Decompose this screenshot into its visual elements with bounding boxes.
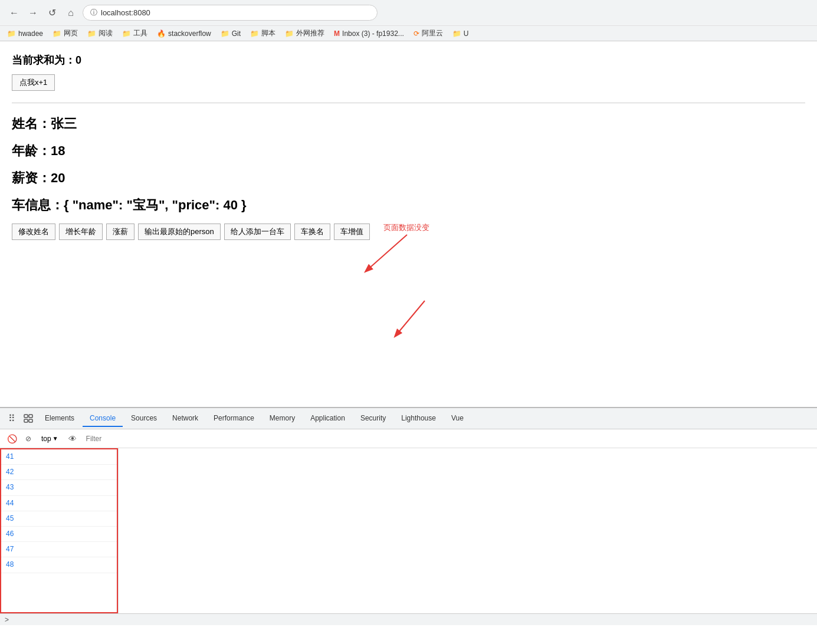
bookmark-hwadee[interactable]: 📁 hwadee <box>7 29 43 38</box>
context-selector[interactable]: top ▼ <box>37 433 63 445</box>
svg-line-2 <box>395 301 425 336</box>
bookmark-label: hwadee <box>18 29 43 38</box>
context-label: top <box>41 435 51 443</box>
devtools-tabs-bar: ⠿ Elements Console Sources Network Perfo… <box>0 408 817 429</box>
folder-icon: 📁 <box>221 29 229 38</box>
bookmark-tools[interactable]: 📁 工具 <box>122 28 147 38</box>
lock-icon: ⓘ <box>90 8 97 18</box>
svg-rect-6 <box>29 419 32 422</box>
bookmark-label: stackoverflow <box>168 29 211 38</box>
svg-rect-4 <box>29 415 32 418</box>
devtools-toolbar: 🚫 ⊘ top ▼ 👁 <box>0 429 817 448</box>
filter-input[interactable] <box>83 433 812 444</box>
increment-button[interactable]: 点我x+1 <box>12 74 55 91</box>
line-47: 47 <box>1 542 117 557</box>
address-bar[interactable]: ⓘ localhost:8080 <box>83 5 378 21</box>
annotation-arrow-2 <box>360 295 478 354</box>
tab-elements[interactable]: Elements <box>38 410 81 427</box>
raise-salary-button[interactable]: 涨薪 <box>106 224 134 240</box>
modify-name-button[interactable]: 修改姓名 <box>12 224 55 240</box>
line-43: 43 <box>1 480 117 495</box>
url-display: localhost:8080 <box>101 8 150 17</box>
svg-rect-5 <box>24 419 28 422</box>
chevron-down-icon: ▼ <box>53 435 58 442</box>
bookmark-label: 阿里云 <box>422 28 443 38</box>
bookmark-webpage[interactable]: 📁 网页 <box>53 28 78 38</box>
bookmark-aliyun[interactable]: ⟳ 阿里云 <box>414 28 443 38</box>
block-icon[interactable]: ⊘ <box>23 433 34 444</box>
home-button[interactable]: ⌂ <box>64 6 78 20</box>
prompt-chevron[interactable]: > <box>5 616 9 624</box>
back-button[interactable]: ← <box>7 6 21 20</box>
gmail-icon: M <box>334 29 340 38</box>
bookmark-label: 网页 <box>64 28 78 38</box>
tab-memory[interactable]: Memory <box>263 410 302 427</box>
increase-age-button[interactable]: 增长年龄 <box>59 224 103 240</box>
console-output-area[interactable] <box>118 448 817 613</box>
bookmark-stackoverflow[interactable]: 🔥 stackoverflow <box>157 29 211 38</box>
folder-icon: 📁 <box>122 29 131 38</box>
bookmark-inbox[interactable]: M Inbox (3) - fp1932... <box>334 29 404 38</box>
bookmark-label: Git <box>232 29 241 38</box>
bookmark-read[interactable]: 📁 阅读 <box>87 28 113 38</box>
forward-button[interactable]: → <box>26 6 40 20</box>
bookmark-u[interactable]: 📁 U <box>452 29 469 38</box>
bookmark-label: Inbox (3) - fp1932... <box>342 29 404 38</box>
bookmark-label: U <box>464 29 469 38</box>
bookmark-git[interactable]: 📁 Git <box>221 29 241 38</box>
age-display: 年龄：18 <box>12 142 805 160</box>
page-content: 当前求和为：0 点我x+1 姓名：张三 年龄：18 薪资：20 页面数据没变 车… <box>0 41 817 407</box>
bookmark-external[interactable]: 📁 外网推荐 <box>285 28 324 38</box>
line-45: 45 <box>1 511 117 527</box>
bookmark-label: 脚本 <box>261 28 275 38</box>
divider <box>12 103 805 103</box>
devtools-bottom-bar: > <box>0 613 817 625</box>
tab-performance[interactable]: Performance <box>206 410 261 427</box>
tab-vue[interactable]: Vue <box>444 410 471 427</box>
tab-lighthouse[interactable]: Lighthouse <box>394 410 443 427</box>
line-42: 42 <box>1 465 117 480</box>
name-display: 姓名：张三 <box>12 115 805 133</box>
tab-security[interactable]: Security <box>353 410 393 427</box>
devtools-inspect-icon[interactable] <box>20 412 37 426</box>
devtools-panel: ⠿ Elements Console Sources Network Perfo… <box>0 407 817 625</box>
increase-car-value-button[interactable]: 车增值 <box>334 224 370 240</box>
aliyun-icon: ⟳ <box>414 29 419 38</box>
svg-rect-3 <box>24 415 28 418</box>
clear-console-icon[interactable]: 🚫 <box>5 433 19 445</box>
tab-network[interactable]: Network <box>165 410 205 427</box>
line-44: 44 <box>1 496 117 511</box>
bookmark-script[interactable]: 📁 脚本 <box>250 28 275 38</box>
line-46: 46 <box>1 527 117 542</box>
devtools-menu-icon[interactable]: ⠿ <box>5 410 19 426</box>
action-buttons-row: 修改姓名 增长年龄 涨薪 输出最原始的person 给人添加一台车 车换名 车增… <box>12 224 805 240</box>
line-48: 48 <box>1 557 117 573</box>
console-body: 41 42 43 44 45 46 47 48 <box>0 448 817 613</box>
output-person-button[interactable]: 输出最原始的person <box>138 224 221 240</box>
folder-icon: 📁 <box>285 29 294 38</box>
add-car-button[interactable]: 给人添加一台车 <box>224 224 291 240</box>
tab-sources[interactable]: Sources <box>124 410 164 427</box>
bookmarks-bar: 📁 hwadee 📁 网页 📁 阅读 📁 工具 🔥 stackoverflow … <box>0 25 817 41</box>
tab-application[interactable]: Application <box>303 410 352 427</box>
car-display: 车信息：{ "name": "宝马", "price": 40 } <box>12 196 805 214</box>
browser-chrome: ← → ↺ ⌂ ⓘ localhost:8080 📁 hwadee 📁 网页 📁… <box>0 0 817 41</box>
svg-line-1 <box>366 235 407 271</box>
line-41: 41 <box>1 449 117 465</box>
rename-car-button[interactable]: 车换名 <box>294 224 330 240</box>
reload-button[interactable]: ↺ <box>45 6 59 20</box>
bookmark-label: 工具 <box>133 28 147 38</box>
folder-icon: 📁 <box>53 29 61 38</box>
salary-display: 薪资：20 <box>12 169 805 187</box>
folder-icon: 📁 <box>452 29 461 38</box>
eye-icon[interactable]: 👁 <box>66 433 79 445</box>
folder-icon: 📁 <box>250 29 259 38</box>
browser-toolbar: ← → ↺ ⌂ ⓘ localhost:8080 <box>0 0 817 25</box>
folder-icon: 📁 <box>87 29 96 38</box>
tab-console[interactable]: Console <box>83 410 123 427</box>
fire-icon: 🔥 <box>157 29 166 38</box>
sum-display: 当前求和为：0 <box>12 53 805 67</box>
folder-icon: 📁 <box>7 29 16 38</box>
bookmark-label: 阅读 <box>99 28 113 38</box>
line-numbers-panel: 41 42 43 44 45 46 47 48 <box>0 448 118 613</box>
